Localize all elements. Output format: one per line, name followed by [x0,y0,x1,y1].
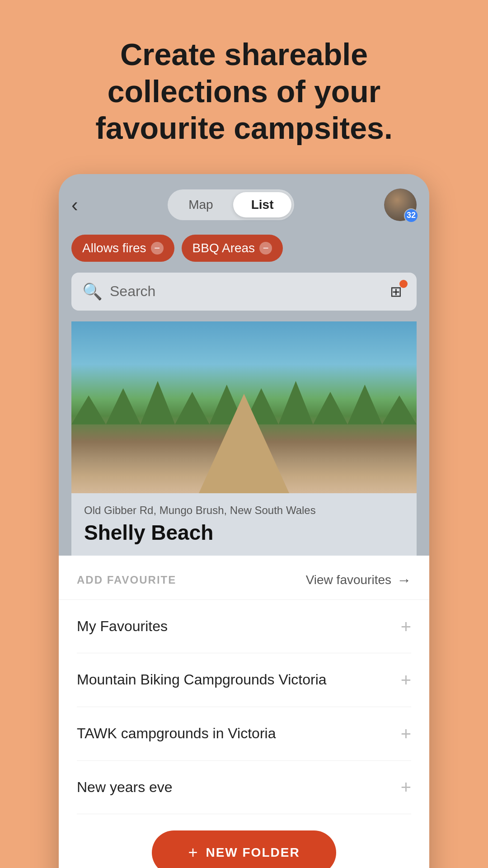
favourite-item-name: Mountain Biking Campgrounds Victoria [77,670,327,689]
map-toggle-button[interactable]: Map [170,192,231,217]
list-toggle-button[interactable]: List [233,192,292,217]
page-headline: Create shareable collections of your fav… [41,36,447,147]
top-bar: ‹ Map List 32 [71,189,417,221]
filter-chips: Allows fires − BBQ Areas − [71,235,417,262]
map-list-toggle: Map List [168,189,294,220]
chip-fires-remove[interactable]: − [151,242,164,255]
chip-fires-label: Allows fires [82,241,146,255]
add-to-favourite-1-icon[interactable]: + [401,671,411,689]
add-to-favourite-3-icon[interactable]: + [401,778,411,796]
bottom-sheet-header: ADD FAVOURITE View favourites → [59,556,429,600]
notification-badge: 32 [404,208,418,223]
favourite-list: My Favourites + Mountain Biking Campgrou… [59,600,429,814]
new-folder-section: + NEW FOLDER [59,814,429,868]
bottom-sheet: ADD FAVOURITE View favourites → My Favou… [59,556,429,868]
new-folder-button[interactable]: + NEW FOLDER [152,830,336,868]
list-item[interactable]: My Favourites + [77,600,411,654]
list-item[interactable]: TAWK campgrounds in Victoria + [77,707,411,761]
new-folder-plus-icon: + [188,843,198,862]
search-placeholder-text: Search [110,283,379,300]
campsite-address: Old Gibber Rd, Mungo Brush, New South Wa… [84,504,404,517]
phone-card: ‹ Map List 32 Allows fires − BBQ Areas − [59,174,429,868]
favourite-item-name: My Favourites [77,617,168,636]
favourite-item-name: New years eve [77,778,173,797]
filter-button[interactable]: ⊞ [386,282,406,302]
chip-fires[interactable]: Allows fires − [71,235,174,262]
chip-bbq-remove[interactable]: − [259,242,272,255]
new-folder-label: NEW FOLDER [206,845,300,860]
chip-bbq[interactable]: BBQ Areas − [182,235,283,262]
filter-active-dot [399,280,408,288]
campsite-info: Old Gibber Rd, Mungo Brush, New South Wa… [71,493,417,556]
add-to-favourite-2-icon[interactable]: + [401,725,411,743]
favourite-item-name: TAWK campgrounds in Victoria [77,724,276,743]
campsite-name: Shelly Beach [84,520,404,545]
avatar-wrapper[interactable]: 32 [384,189,417,221]
search-bar[interactable]: 🔍 Search ⊞ [71,273,417,311]
view-favourites-label: View favourites [306,573,391,587]
arrow-right-icon: → [397,572,411,589]
map-section: ‹ Map List 32 Allows fires − BBQ Areas − [59,174,429,556]
chip-bbq-label: BBQ Areas [192,241,255,255]
list-item[interactable]: Mountain Biking Campgrounds Victoria + [77,653,411,707]
list-item[interactable]: New years eve + [77,761,411,815]
back-button[interactable]: ‹ [71,195,78,215]
view-favourites-button[interactable]: View favourites → [306,572,411,589]
add-to-favourite-0-icon[interactable]: + [401,618,411,636]
add-favourite-label: ADD FAVOURITE [77,574,176,586]
search-icon: 🔍 [82,282,103,301]
campsite-image [71,321,417,493]
